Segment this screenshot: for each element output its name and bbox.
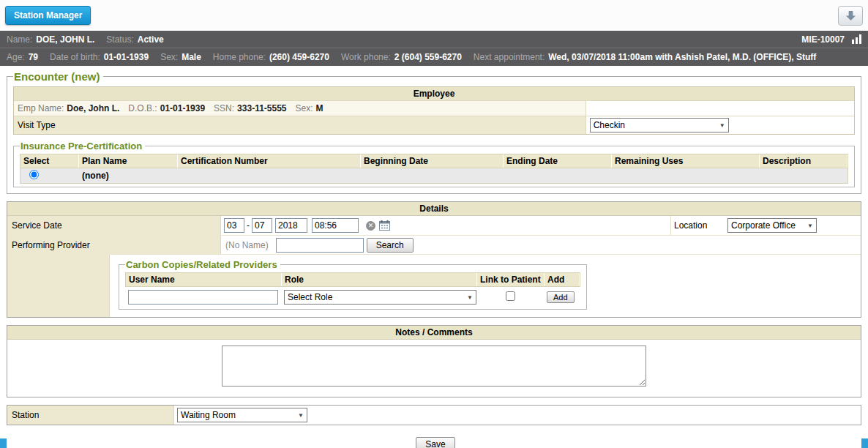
notes-panel: Notes / Comments: [7, 325, 861, 397]
station-select[interactable]: Waiting Room ▼: [177, 408, 307, 422]
location-select[interactable]: Corporate Office ▼: [727, 218, 817, 233]
col-select: Select: [20, 154, 79, 168]
notes-textarea[interactable]: [222, 346, 646, 387]
col-plan-name: Plan Name: [79, 154, 178, 168]
provider-search-input[interactable]: [276, 238, 364, 253]
service-date-row: Service Date - ✕ L: [7, 216, 861, 235]
frame-corner-left: [0, 438, 7, 448]
visit-type-select[interactable]: Checkin ▼: [590, 118, 729, 132]
insurance-ending-date-cell: [504, 175, 612, 176]
name-label: Name:: [7, 34, 32, 45]
col-ending-date: Ending Date: [504, 154, 612, 168]
station-label: Station: [7, 406, 174, 425]
cc-user-name-input[interactable]: [128, 290, 278, 305]
patient-header-bar: Name: DOE, JOHN L. Status: Active MIE-10…: [0, 31, 868, 48]
insurance-beginning-date-cell: [361, 175, 504, 176]
home-phone-value: (260) 459-6270: [269, 52, 329, 62]
col-description: Description: [760, 154, 848, 168]
employee-header: Employee: [14, 87, 854, 100]
insurance-precert-title: Insurance Pre-Certification: [20, 141, 145, 152]
frame-corner-right: [861, 438, 868, 448]
carbon-copies-table-header: User Name Role Link to Patient Add: [125, 272, 580, 287]
cc-link-to-patient-checkbox[interactable]: [506, 291, 515, 301]
station-row: Station Waiting Room ▼: [7, 406, 861, 425]
provider-no-name-text: (No Name): [225, 240, 269, 250]
location-cell: Corporate Office ▼: [725, 217, 861, 234]
download-button[interactable]: [838, 6, 863, 26]
service-time-input[interactable]: [312, 218, 359, 233]
demographics-bar: Age: 79 Date of birth: 01-01-1939 Sex: M…: [0, 48, 868, 66]
insurance-plan-name-value: (none): [79, 170, 178, 182]
emp-dob-value: 01-01-1939: [160, 103, 205, 113]
carbon-copies-table-row: Select Role ▼ Add: [125, 287, 580, 305]
work-phone-value: 2 (604) 559-6270: [394, 52, 462, 62]
col-user-name: User Name: [126, 273, 282, 286]
station-value: Waiting Room: [181, 410, 236, 420]
chevron-down-icon: ▼: [298, 412, 304, 419]
employee-table: Employee Emp Name: Doe, John L. D.O.B.: …: [13, 86, 855, 135]
encounter-title: Encounter (new): [13, 70, 103, 83]
cc-add-button[interactable]: Add: [547, 291, 575, 303]
insurance-description-cell: [760, 175, 848, 176]
location-label: Location: [670, 216, 725, 235]
col-link-to-patient: Link to Patient: [477, 273, 545, 286]
download-arrow-icon: [845, 10, 856, 21]
dob-value: 01-01-1939: [104, 52, 149, 62]
provider-search-button[interactable]: Search: [367, 238, 414, 253]
insurance-table-header: Select Plan Name Certification Number Be…: [20, 154, 848, 168]
sex-value: Male: [182, 52, 201, 62]
main-content: Encounter (new) Employee Emp Name: Doe, …: [0, 66, 868, 448]
emp-ssn-value: 333-11-5555: [237, 103, 286, 113]
insurance-cert-number-cell: [178, 175, 361, 176]
age-value: 79: [29, 52, 38, 62]
visit-type-label: Visit Type: [14, 116, 585, 134]
save-row: Save: [7, 437, 861, 448]
visit-type-value: Checkin: [594, 120, 625, 130]
top-toolbar: Station Manager: [0, 0, 868, 31]
insurance-select-radio[interactable]: [29, 170, 39, 179]
employee-info-row: Emp Name: Doe, John L. D.O.B.: 01-01-193…: [14, 100, 854, 116]
date-separator: -: [247, 220, 250, 231]
employee-info: Emp Name: Doe, John L. D.O.B.: 01-01-193…: [14, 101, 585, 116]
emp-sex-value: M: [316, 103, 323, 113]
col-role: Role: [282, 273, 477, 286]
encounter-section: Encounter (new) Employee Emp Name: Doe, …: [7, 70, 861, 194]
service-date-day-input[interactable]: [252, 218, 272, 233]
status-label: Status:: [106, 34, 133, 45]
carbon-copies-row: Carbon Copies/Related Providers User Nam…: [7, 254, 861, 317]
bar-chart-icon[interactable]: [852, 34, 861, 44]
service-date-year-input[interactable]: [275, 218, 307, 233]
service-date-label: Service Date: [7, 216, 221, 235]
service-date-month-input[interactable]: [224, 218, 244, 233]
insurance-table-row: (none): [20, 168, 848, 184]
chart-id: MIE-10007: [801, 34, 845, 45]
cc-role-select[interactable]: Select Role ▼: [284, 290, 476, 305]
chevron-down-icon: ▼: [807, 223, 813, 229]
station-panel: Station Waiting Room ▼: [7, 405, 861, 425]
service-date-inputs: - ✕: [221, 217, 670, 234]
patient-status-value: Active: [138, 34, 164, 45]
notes-body: [7, 340, 861, 397]
age-label: Age:: [7, 52, 25, 62]
details-header: Details: [7, 202, 861, 216]
performing-provider-label: Performing Provider: [7, 236, 221, 254]
notes-header: Notes / Comments: [7, 326, 861, 340]
details-panel: Details Service Date - ✕: [7, 201, 861, 318]
sex-label: Sex:: [160, 52, 178, 62]
insurance-precert-section: Insurance Pre-Certification Select Plan …: [13, 141, 855, 187]
station-manager-button[interactable]: Station Manager: [5, 6, 91, 25]
clear-date-icon[interactable]: ✕: [366, 221, 375, 231]
home-phone-label: Home phone:: [213, 52, 266, 62]
station-cell: Waiting Room ▼: [174, 406, 861, 424]
carbon-copies-title: Carbon Copies/Related Providers: [125, 259, 280, 270]
cc-role-value: Select Role: [288, 292, 332, 302]
emp-ssn-label: SSN:: [214, 103, 234, 113]
calendar-icon[interactable]: [379, 220, 390, 231]
next-appointment-value: Wed, 03/07/2018 11:00am with Ashish Pate…: [548, 52, 816, 62]
emp-name-value: Doe, John L.: [67, 103, 119, 113]
emp-name-label: Emp Name:: [18, 103, 64, 113]
chevron-down-icon: ▼: [719, 122, 725, 129]
col-add: Add: [545, 273, 580, 286]
carbon-copies-section: Carbon Copies/Related Providers User Nam…: [119, 259, 587, 310]
save-button[interactable]: Save: [416, 437, 454, 448]
